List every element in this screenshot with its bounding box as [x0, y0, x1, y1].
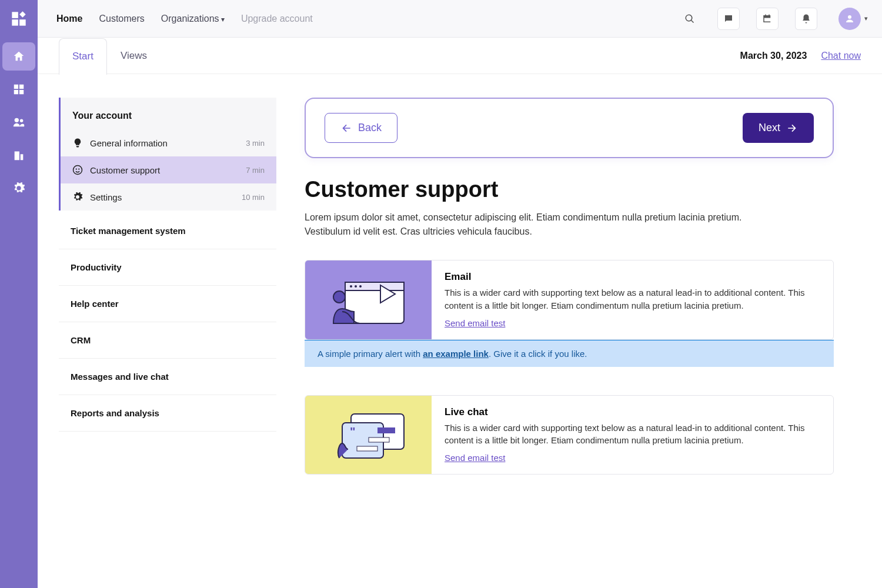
next-button[interactable]: Next	[743, 113, 814, 143]
card-text: This is a wider card with supporting tex…	[445, 286, 820, 312]
svg-text:": "	[350, 425, 355, 438]
card-link[interactable]: Send email test	[445, 318, 505, 328]
sub-header: Start Views March 30, 2023 Chat now	[38, 38, 882, 74]
svg-point-17	[359, 285, 362, 288]
svg-rect-24	[357, 446, 377, 451]
page-lead: Lorem ipsum dolor sit amet, consectetur …	[305, 211, 751, 239]
menu-item-time: 7 min	[246, 166, 265, 175]
menu-item-settings[interactable]: Settings 10 min	[61, 183, 276, 211]
svg-point-9	[848, 15, 851, 19]
nav-home[interactable]: Home	[56, 14, 82, 24]
card-link[interactable]: Send email test	[445, 453, 505, 463]
nav-organizations[interactable]: Organizations	[161, 14, 225, 24]
card-livechat: " Live chat This is a wider card with su…	[305, 395, 834, 475]
user-menu[interactable]	[834, 8, 868, 30]
logo-icon	[9, 9, 28, 28]
arrow-right-icon	[786, 122, 798, 134]
menu-link-crm[interactable]: CRM	[59, 322, 276, 359]
svg-rect-4	[19, 85, 24, 89]
svg-rect-14	[345, 282, 404, 290]
svg-point-12	[78, 168, 79, 169]
calendar-icon[interactable]	[756, 8, 779, 30]
card-email: Email This is a wider card with supporti…	[305, 260, 834, 340]
svg-point-7	[15, 118, 19, 122]
svg-rect-6	[19, 90, 24, 94]
svg-point-10	[74, 166, 82, 175]
email-illustration	[305, 260, 432, 339]
menu-link-help[interactable]: Help center	[59, 286, 276, 322]
menu-item-label: Settings	[90, 192, 235, 202]
menu-item-label: Customer support	[90, 165, 239, 175]
step-nav: Back Next	[305, 98, 834, 158]
svg-rect-2	[19, 19, 25, 25]
menu-link-reports[interactable]: Reports and analysis	[59, 395, 276, 432]
menu-item-label: General information	[90, 138, 239, 148]
menu-item-general[interactable]: General information 3 min	[61, 129, 276, 156]
rail-people[interactable]	[2, 108, 35, 136]
chat-icon[interactable]	[717, 8, 740, 30]
alert-primary: A simple primary alert with an example l…	[305, 340, 834, 367]
chat-now-link[interactable]: Chat now	[821, 51, 861, 61]
menu-group-title: Your account	[61, 98, 276, 129]
rail-org[interactable]	[2, 141, 35, 169]
tab-views[interactable]: Views	[107, 38, 161, 74]
menu-link-productivity[interactable]: Productivity	[59, 249, 276, 286]
svg-rect-0	[12, 12, 18, 18]
svg-rect-5	[14, 90, 18, 94]
menu-item-time: 3 min	[246, 139, 265, 148]
card-text: This is a wider card with supporting tex…	[445, 422, 820, 447]
back-label: Back	[358, 122, 382, 134]
svg-point-8	[20, 119, 24, 123]
search-icon[interactable]	[679, 8, 701, 30]
bulb-icon	[72, 138, 83, 148]
menu-item-time: 10 min	[242, 193, 265, 202]
page-title: Customer support	[305, 177, 834, 202]
menu-link-messages[interactable]: Messages and live chat	[59, 359, 276, 395]
rail-settings[interactable]	[2, 174, 35, 202]
menu-link-ticket[interactable]: Ticket management system	[59, 213, 276, 249]
svg-rect-3	[14, 85, 18, 89]
left-rail	[0, 0, 38, 588]
bell-icon[interactable]	[795, 8, 817, 30]
arrow-left-icon	[340, 122, 352, 134]
alert-post: . Give it a click if you like.	[489, 349, 587, 359]
support-icon	[72, 165, 83, 175]
rail-dashboard[interactable]	[2, 75, 35, 103]
alert-link[interactable]: an example link	[423, 349, 489, 359]
livechat-illustration: "	[305, 396, 432, 475]
svg-rect-23	[369, 437, 389, 442]
current-date: March 30, 2023	[740, 51, 807, 61]
tab-start[interactable]: Start	[59, 38, 107, 75]
card-title: Email	[445, 271, 820, 283]
rail-home[interactable]	[2, 42, 35, 71]
menu-item-support[interactable]: Customer support 7 min	[61, 156, 276, 183]
svg-rect-1	[12, 19, 18, 25]
gear-icon	[72, 192, 83, 202]
svg-rect-22	[377, 427, 395, 433]
svg-point-16	[355, 285, 357, 288]
next-label: Next	[759, 122, 780, 134]
avatar-icon	[838, 8, 861, 30]
alert-pre: A simple primary alert with	[318, 349, 423, 359]
nav-customers[interactable]: Customers	[99, 14, 144, 24]
topbar: Home Customers Organizations Upgrade acc…	[38, 0, 882, 38]
back-button[interactable]: Back	[325, 113, 397, 143]
svg-point-11	[76, 168, 77, 169]
nav-upgrade[interactable]: Upgrade account	[241, 14, 313, 24]
card-title: Live chat	[445, 406, 820, 418]
svg-point-18	[333, 291, 345, 303]
side-menu: Your account General information 3 min C…	[59, 98, 276, 564]
svg-point-15	[350, 285, 352, 288]
